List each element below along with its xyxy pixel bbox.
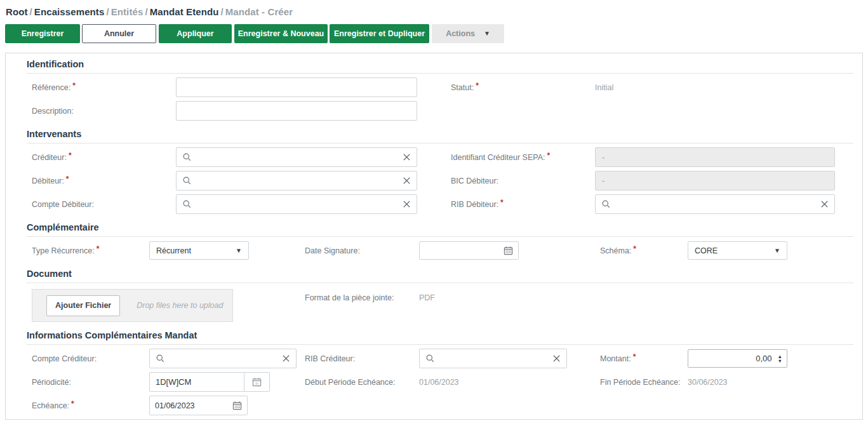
- section-title-identification: Identification: [27, 53, 853, 74]
- clear-icon[interactable]: [552, 354, 561, 363]
- search-icon: [182, 152, 192, 162]
- type-recurrence-select[interactable]: Récurrent ▼: [149, 241, 249, 260]
- rib-debiteur-input[interactable]: [615, 199, 816, 209]
- breadcrumb-separator: /: [143, 6, 149, 17]
- chevron-down-icon: ▼: [484, 30, 490, 37]
- compte-debiteur-row: Compte Débiteur: RIB Débiteur:*: [32, 194, 862, 214]
- section-complementaire: Complémentaire Type Récurrence:* Récurre…: [6, 214, 862, 260]
- debiteur-input[interactable]: [196, 176, 398, 185]
- reference-label: Référence:*: [32, 83, 176, 92]
- breadcrumb-separator: /: [218, 6, 225, 17]
- search-icon: [425, 354, 435, 363]
- section-title-infos-mandat: Informations Complémentaires Mandat: [27, 322, 853, 345]
- spinner-arrows-icon[interactable]: ▲▼: [778, 354, 782, 363]
- description-input[interactable]: [176, 101, 417, 121]
- montant-spinner[interactable]: ▲▼: [688, 349, 787, 368]
- calendar-icon[interactable]: [232, 401, 242, 410]
- spinner-down-icon[interactable]: ▼: [778, 359, 782, 363]
- periodicite-input[interactable]: [149, 372, 244, 392]
- compte-crediteur-input[interactable]: [170, 354, 277, 363]
- compte-crediteur-label: Compte Créditeur:: [32, 354, 149, 363]
- required-marker: *: [71, 399, 74, 408]
- clear-icon[interactable]: [403, 200, 411, 208]
- section-intervenants: Intervenants Créditeur:* Identifiant Cré…: [6, 121, 862, 214]
- svg-text:fx: fx: [255, 381, 259, 385]
- debut-periode-echeance-value: 01/06/2023: [419, 378, 567, 387]
- required-marker: *: [547, 151, 550, 160]
- complementaire-row: Type Récurrence:* Récurrent ▼ Date Signa…: [32, 241, 862, 260]
- actions-menu-button[interactable]: Actions ▼: [432, 24, 504, 43]
- frequency-calendar-icon[interactable]: fx: [244, 372, 270, 392]
- chevron-down-icon: ▼: [236, 248, 242, 254]
- save-button[interactable]: Enregistrer: [5, 24, 80, 43]
- debiteur-search-field[interactable]: [176, 171, 417, 191]
- schema-value: CORE: [695, 246, 718, 255]
- compte-debiteur-search-field[interactable]: [176, 194, 417, 214]
- clear-icon[interactable]: [282, 354, 290, 363]
- required-marker: *: [500, 198, 504, 207]
- debiteur-label: Débiteur:*: [32, 177, 176, 185]
- crediteur-row: Créditeur:* Identifiant Créditeur SEPA:*…: [32, 147, 862, 167]
- echeance-label: Echéance:*: [32, 401, 149, 410]
- required-marker: *: [633, 244, 636, 253]
- date-signature-field[interactable]: [419, 241, 519, 260]
- breadcrumb-separator: /: [104, 6, 110, 17]
- fin-periode-echeance-value: 30/06/2023: [688, 378, 728, 387]
- save-and-new-button[interactable]: Enregistrer & Nouveau: [234, 24, 328, 43]
- required-marker: *: [633, 352, 636, 361]
- fin-periode-echeance-label: Fin Période Echéance:: [600, 378, 688, 387]
- compte-debiteur-input[interactable]: [196, 199, 398, 209]
- periodicite-row: Périodicité: fx Début Période Echéance: …: [32, 372, 862, 392]
- compte-crediteur-search-field[interactable]: [149, 349, 297, 368]
- reference-row: Référence:* Statut:* Initial: [32, 77, 862, 97]
- search-icon: [182, 199, 192, 209]
- breadcrumb-item-encaissements[interactable]: Encaissements: [34, 6, 105, 17]
- clear-icon[interactable]: [403, 177, 411, 185]
- bic-debiteur-label: BIC Débiteur:: [451, 177, 595, 185]
- echeance-input[interactable]: [155, 401, 212, 410]
- bic-debiteur-field: -: [595, 171, 835, 191]
- rib-debiteur-search-field[interactable]: [595, 194, 835, 214]
- clear-icon[interactable]: [820, 200, 829, 208]
- drop-files-hint: Drop files here to upload: [137, 301, 223, 310]
- schema-select[interactable]: CORE ▼: [688, 241, 787, 260]
- crediteur-label: Créditeur:*: [32, 153, 176, 162]
- apply-button[interactable]: Appliquer: [159, 24, 232, 43]
- compte-crediteur-row: Compte Créditeur: RIB Créditeur: Montant…: [32, 349, 862, 368]
- crediteur-search-field[interactable]: [176, 147, 417, 167]
- reference-input[interactable]: [176, 77, 417, 97]
- type-recurrence-label: Type Récurrence:*: [32, 246, 149, 255]
- file-dropzone[interactable]: Ajouter Fichier Drop files here to uploa…: [32, 289, 233, 322]
- periodicite-label: Périodicité:: [32, 378, 149, 387]
- actions-menu-label: Actions: [446, 29, 475, 38]
- calendar-icon[interactable]: [504, 246, 513, 255]
- required-marker: *: [476, 81, 479, 90]
- cancel-button[interactable]: Annuler: [82, 24, 156, 43]
- identifiant-crediteur-sepa-label: Identifiant Créditeur SEPA:*: [451, 153, 595, 162]
- echeance-date-field[interactable]: [149, 396, 248, 415]
- montant-input[interactable]: [693, 354, 778, 363]
- add-file-button[interactable]: Ajouter Fichier: [46, 295, 120, 316]
- compte-debiteur-label: Compte Débiteur:: [32, 200, 176, 209]
- breadcrumb-item-mandat-etendu[interactable]: Mandat Etendu: [150, 6, 219, 17]
- date-signature-input[interactable]: [425, 246, 482, 255]
- rib-crediteur-search-field[interactable]: [419, 349, 567, 368]
- rib-crediteur-input[interactable]: [439, 354, 548, 363]
- section-title-intervenants: Intervenants: [27, 121, 853, 144]
- section-document: Document Ajouter Fichier Drop files here…: [6, 260, 862, 322]
- clear-icon[interactable]: [403, 153, 411, 161]
- rib-crediteur-label: RIB Créditeur:: [305, 354, 419, 363]
- document-row: Ajouter Fichier Drop files here to uploa…: [32, 289, 862, 322]
- save-and-duplicate-button[interactable]: Enregistrer et Dupliquer: [330, 24, 429, 43]
- required-marker: *: [72, 81, 76, 90]
- identifiant-crediteur-sepa-field: -: [595, 147, 835, 167]
- breadcrumb-item-root[interactable]: Root: [6, 6, 28, 17]
- debiteur-row: Débiteur:* BIC Débiteur: -: [32, 171, 862, 191]
- echeance-row: Echéance:*: [32, 396, 862, 415]
- search-icon: [601, 199, 611, 209]
- statut-label: Statut:*: [451, 83, 595, 92]
- crediteur-input[interactable]: [196, 152, 398, 162]
- section-title-complementaire: Complémentaire: [27, 214, 853, 237]
- schema-label: Schéma:*: [600, 246, 688, 255]
- description-label: Description:: [32, 107, 176, 116]
